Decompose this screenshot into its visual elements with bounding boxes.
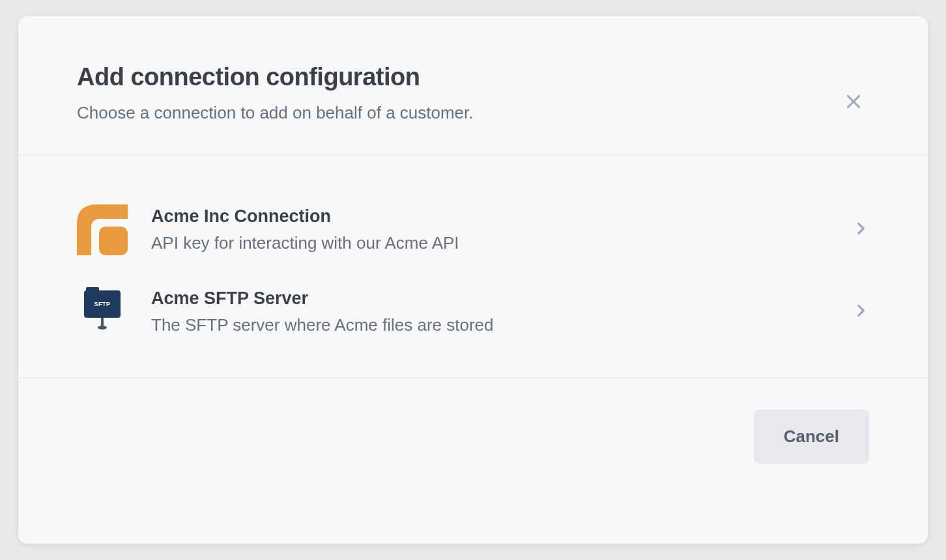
connection-text: Acme SFTP Server The SFTP server where A… (151, 288, 829, 335)
modal-header: Add connection configuration Choose a co… (18, 16, 928, 155)
sftp-server-icon: SFTP (77, 287, 128, 337)
connection-description: API key for interacting with our Acme AP… (151, 233, 829, 253)
sftp-badge-label: SFTP (94, 301, 110, 307)
connection-item-sftp[interactable]: SFTP Acme SFTP Server The SFTP server wh… (77, 277, 869, 346)
svg-rect-2 (99, 227, 128, 255)
modal-title: Add connection configuration (77, 63, 869, 91)
connection-title: Acme SFTP Server (151, 288, 829, 309)
connection-item-acme[interactable]: Acme Inc Connection API key for interact… (77, 195, 869, 264)
connection-text: Acme Inc Connection API key for interact… (151, 206, 829, 253)
connection-list: Acme Inc Connection API key for interact… (18, 155, 928, 378)
connection-description: The SFTP server where Acme files are sto… (151, 315, 829, 335)
modal-footer: Cancel (18, 378, 928, 495)
add-connection-modal: Add connection configuration Choose a co… (18, 16, 928, 544)
connection-title: Acme Inc Connection (151, 206, 829, 227)
close-icon (844, 92, 863, 113)
modal-subtitle: Choose a connection to add on behalf of … (77, 103, 869, 123)
acme-icon (77, 204, 128, 255)
close-button[interactable] (838, 87, 869, 118)
chevron-right-icon (852, 302, 869, 322)
chevron-right-icon (852, 220, 869, 240)
cancel-button[interactable]: Cancel (754, 410, 869, 464)
